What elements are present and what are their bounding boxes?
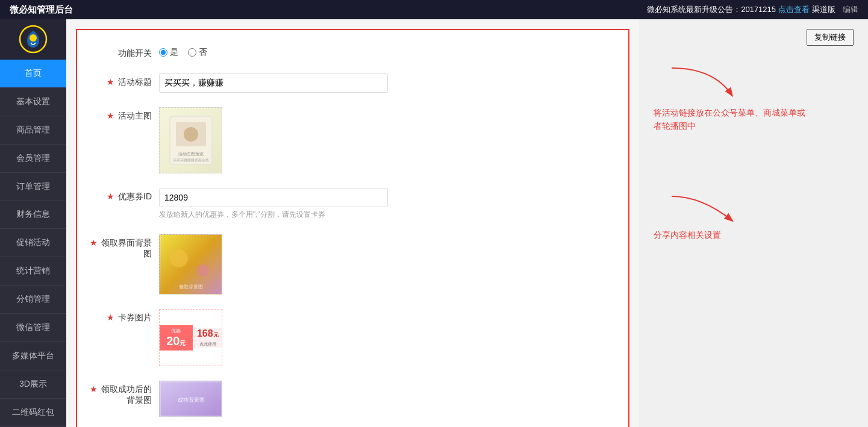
radio-no-label[interactable]: 否 bbox=[188, 47, 207, 58]
annotation2-arrow-icon bbox=[666, 193, 738, 223]
copy-link-button[interactable]: 复制链接 bbox=[807, 29, 854, 46]
coupon-id-input[interactable] bbox=[159, 188, 388, 207]
sidebar: 首页 基本设置 商品管理 会员管理 订单管理 财务信息 促销活动 统计营销 分销… bbox=[0, 19, 66, 427]
coupon-image-label: ★ 卡券图片 bbox=[87, 309, 159, 323]
coupon-id-control: 发放给新人的优惠券，多个用","分割，请先设置卡券 bbox=[159, 188, 388, 220]
sidebar-item-stats[interactable]: 统计营销 bbox=[0, 257, 66, 285]
activity-image-upload[interactable]: 活动主图预览 买买买赚赚赚优惠金奖 bbox=[159, 107, 222, 173]
success-bg-preview: 成功背景图 bbox=[161, 382, 221, 416]
svg-text:成功背景图: 成功背景图 bbox=[177, 397, 204, 403]
svg-point-8 bbox=[170, 249, 188, 267]
annotation2-text: 分享内容相关设置 bbox=[654, 228, 854, 242]
svg-point-4 bbox=[184, 127, 198, 142]
sidebar-item-distribution[interactable]: 分销管理 bbox=[0, 285, 66, 314]
svg-text:活动主图预览: 活动主图预览 bbox=[178, 152, 204, 156]
sidebar-logo bbox=[0, 19, 66, 60]
activity-title-input[interactable] bbox=[159, 73, 388, 93]
svg-text:买买买赚赚赚优惠金奖: 买买买赚赚赚优惠金奖 bbox=[173, 158, 209, 162]
coupon-image-upload[interactable]: 优惠 20元 168元 点此使用 bbox=[159, 309, 222, 366]
notice-suffix: 渠道版 bbox=[812, 4, 835, 15]
form-area: 功能开关 是 否 bbox=[66, 19, 639, 427]
sidebar-item-qrcode[interactable]: 二维码红包 bbox=[0, 399, 66, 427]
sidebar-item-promo[interactable]: 促销活动 bbox=[0, 229, 66, 257]
notice-link[interactable]: 点击查看 bbox=[778, 4, 810, 15]
edit-link[interactable]: 编辑 bbox=[843, 4, 858, 15]
sidebar-item-order[interactable]: 订单管理 bbox=[0, 173, 66, 201]
function-switch-label: 功能开关 bbox=[87, 45, 159, 59]
radio-yes-label[interactable]: 是 bbox=[159, 47, 178, 58]
radio-yes-input[interactable] bbox=[159, 48, 167, 57]
sidebar-item-3d[interactable]: 3D展示 bbox=[0, 370, 66, 399]
coupon-right: 168元 点此使用 bbox=[194, 328, 222, 348]
receive-bg-upload[interactable]: 领取背景图 bbox=[159, 234, 222, 295]
svg-point-9 bbox=[197, 264, 209, 276]
right-panel: 复制链接 将活动链接放在公众号菜单、商城菜单或者轮播图中 bbox=[639, 19, 868, 427]
sidebar-item-finance[interactable]: 财务信息 bbox=[0, 201, 66, 229]
coupon-hint: 发放给新人的优惠券，多个用","分割，请先设置卡券 bbox=[159, 210, 388, 220]
success-bg-label: ★ 领取成功后的背景图 bbox=[87, 381, 159, 406]
success-bg-control: 成功背景图 bbox=[159, 381, 388, 417]
annotation1-area: 将活动链接放在公众号菜单、商城菜单或者轮播图中 bbox=[654, 65, 854, 133]
notice-area: 微必知系统最新升级公告：20171215 点击查看 渠道版 编辑 bbox=[647, 4, 858, 15]
activity-title-row: ★ 活动标题 bbox=[87, 73, 619, 93]
sidebar-item-member[interactable]: 会员管理 bbox=[0, 145, 66, 173]
radio-no-input[interactable] bbox=[188, 48, 196, 57]
coupon-left: 优惠 20元 bbox=[160, 325, 193, 351]
receive-bg-control: 领取背景图 bbox=[159, 234, 388, 295]
annotation1-arrow-icon bbox=[666, 65, 738, 101]
activity-image-preview: 活动主图预览 买买买赚赚赚优惠金奖 bbox=[167, 113, 215, 167]
sidebar-item-goods[interactable]: 商品管理 bbox=[0, 116, 66, 145]
success-bg-row: ★ 领取成功后的背景图 bbox=[87, 381, 619, 417]
svg-text:领取背景图: 领取背景图 bbox=[179, 284, 203, 290]
receive-bg-label: ★ 领取界面背景图 bbox=[87, 234, 159, 260]
function-switch-control: 是 否 bbox=[159, 45, 388, 58]
receive-bg-row: ★ 领取界面背景图 bbox=[87, 234, 619, 295]
activity-image-row: ★ 活动主图 活动主图预览 买买买赚赚赚优惠金奖 bbox=[87, 107, 619, 173]
brand-title: 微必知管理后台 bbox=[10, 4, 73, 16]
sidebar-item-basic[interactable]: 基本设置 bbox=[0, 88, 66, 116]
success-bg-upload[interactable]: 成功背景图 bbox=[159, 381, 222, 417]
radio-group: 是 否 bbox=[159, 45, 388, 58]
receive-bg-preview: 领取背景图 bbox=[161, 234, 221, 295]
coupon-id-row: ★ 优惠券ID 发放给新人的优惠券，多个用","分割，请先设置卡券 bbox=[87, 188, 619, 220]
notice-prefix: 微必知系统最新升级公告：20171215 bbox=[647, 4, 776, 15]
sidebar-item-media[interactable]: 多媒体平台 bbox=[0, 342, 66, 370]
coupon-id-label: ★ 优惠券ID bbox=[87, 188, 159, 202]
coupon-image-control: 优惠 20元 168元 点此使用 bbox=[159, 309, 388, 366]
annotation2-area: 分享内容相关设置 bbox=[654, 193, 854, 242]
activity-title-control bbox=[159, 73, 388, 93]
annotation1-text: 将活动链接放在公众号菜单、商城菜单或者轮播图中 bbox=[654, 106, 810, 133]
function-switch-row: 功能开关 是 否 bbox=[87, 45, 619, 59]
form-card: 功能开关 是 否 bbox=[76, 29, 629, 427]
brand-logo-icon bbox=[19, 25, 48, 54]
activity-title-label: ★ 活动标题 bbox=[87, 73, 159, 88]
top-bar: 微必知管理后台 微必知系统最新升级公告：20171215 点击查看 渠道版 编辑 bbox=[0, 0, 868, 19]
activity-image-control: 活动主图预览 买买买赚赚赚优惠金奖 bbox=[159, 107, 388, 173]
coupon-image-row: ★ 卡券图片 优惠 20元 168元 bbox=[87, 309, 619, 366]
svg-point-1 bbox=[30, 34, 37, 42]
sidebar-item-home[interactable]: 首页 bbox=[0, 60, 66, 88]
sidebar-item-wechat[interactable]: 微信管理 bbox=[0, 314, 66, 342]
activity-image-label: ★ 活动主图 bbox=[87, 107, 159, 122]
